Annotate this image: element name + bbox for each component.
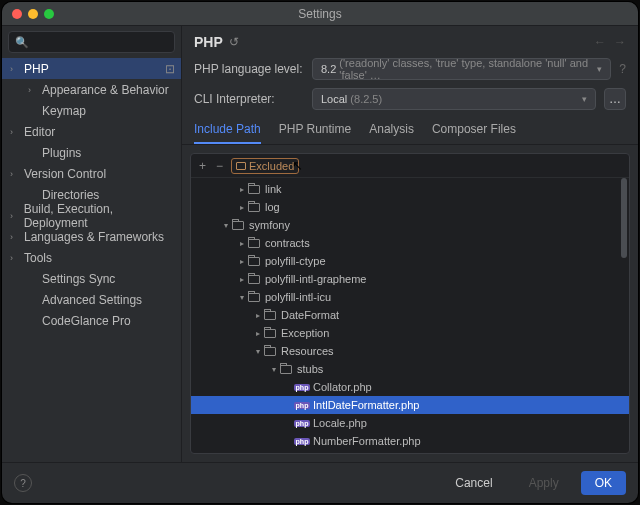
chevron-right-icon: › (28, 85, 38, 95)
folder-icon (263, 327, 277, 339)
sidebar-item-label: Appearance & Behavior (42, 83, 169, 97)
chevron-right-icon: › (10, 64, 20, 74)
chevron-right-icon: ▸ (237, 185, 247, 194)
file-row[interactable]: phpLocale.php (191, 414, 629, 432)
chevron-down-icon: ▾ (597, 64, 602, 74)
sidebar-item-plugins[interactable]: Plugins (2, 142, 181, 163)
file-row[interactable]: phpCollator.php (191, 378, 629, 396)
sidebar-item-editor[interactable]: ›Editor (2, 121, 181, 142)
remove-button[interactable]: − (214, 157, 225, 175)
file-label: log (265, 201, 280, 213)
sidebar-item-label: Editor (24, 125, 55, 139)
chevron-right-icon: › (10, 127, 20, 137)
php-file-icon: php (295, 399, 309, 411)
folder-icon (247, 201, 261, 213)
chevron-right-icon: ▸ (237, 257, 247, 266)
sidebar-item-appearance-behavior[interactable]: ›Appearance & Behavior (2, 79, 181, 100)
apply-button: Apply (515, 471, 573, 495)
chevron-right-icon: ▸ (237, 203, 247, 212)
folder-excluded-icon (236, 162, 246, 170)
folder-row[interactable]: ▸polyfill-intl-grapheme (191, 270, 629, 288)
chevron-down-icon: ▾ (253, 347, 263, 356)
folder-icon (263, 309, 277, 321)
sidebar-item-codeglance-pro[interactable]: CodeGlance Pro (2, 310, 181, 331)
file-label: Locale.php (313, 417, 367, 429)
tab-composer-files[interactable]: Composer Files (432, 122, 516, 144)
sidebar-item-label: Directories (42, 188, 99, 202)
cancel-button[interactable]: Cancel (441, 471, 506, 495)
sidebar-item-version-control[interactable]: ›Version Control (2, 163, 181, 184)
file-label: Collator.php (313, 381, 372, 393)
folder-row[interactable]: ▸Exception (191, 324, 629, 342)
file-label: polyfill-ctype (265, 255, 326, 267)
sidebar-item-label: Keymap (42, 104, 86, 118)
help-icon[interactable]: ? (619, 62, 626, 76)
sidebar-item-languages-frameworks[interactable]: ›Languages & Frameworks (2, 226, 181, 247)
chevron-right-icon: ▸ (237, 275, 247, 284)
file-label: NumberFormatter.php (313, 435, 421, 447)
file-label: link (265, 183, 282, 195)
reset-icon[interactable]: ↺ (229, 35, 239, 49)
folder-icon (263, 345, 277, 357)
sidebar-item-label: PHP (24, 62, 49, 76)
window-title: Settings (2, 7, 638, 21)
file-row[interactable]: phpNumberFormatter.php (191, 432, 629, 450)
folder-row[interactable]: ▸contracts (191, 234, 629, 252)
chevron-right-icon: › (10, 253, 20, 263)
add-button[interactable]: + (197, 157, 208, 175)
chevron-right-icon: › (10, 169, 20, 179)
folder-icon (279, 363, 293, 375)
back-arrow-icon[interactable]: ← (594, 35, 606, 49)
folder-row[interactable]: ▸log (191, 198, 629, 216)
sidebar-item-keymap[interactable]: Keymap (2, 100, 181, 121)
php-file-icon: php (295, 435, 309, 447)
chevron-right-icon: ▸ (237, 239, 247, 248)
sidebar-item-label: Settings Sync (42, 272, 115, 286)
sidebar-item-settings-sync[interactable]: Settings Sync (2, 268, 181, 289)
folder-row[interactable]: ▸polyfill-ctype (191, 252, 629, 270)
chevron-right-icon: ▸ (253, 311, 263, 320)
language-level-label: PHP language level: (194, 62, 304, 76)
folder-row[interactable]: ▾Resources (191, 342, 629, 360)
tab-php-runtime[interactable]: PHP Runtime (279, 122, 351, 144)
chevron-down-icon: ▾ (237, 293, 247, 302)
sidebar-item-label: Plugins (42, 146, 81, 160)
file-label: stubs (297, 363, 323, 375)
php-file-icon: php (295, 417, 309, 429)
settings-search-input[interactable]: 🔍 (8, 31, 175, 53)
sidebar-item-tools[interactable]: ›Tools (2, 247, 181, 268)
cli-interpreter-select[interactable]: Local (8.2.5) ▾ (312, 88, 596, 110)
folder-row[interactable]: ▸DateFormat (191, 306, 629, 324)
file-row[interactable]: phpcurrencies.php (191, 450, 629, 453)
chevron-down-icon: ▾ (269, 365, 279, 374)
file-row[interactable]: phpIntlDateFormatter.php (191, 396, 629, 414)
php-file-icon: php (295, 381, 309, 393)
folder-icon (231, 219, 245, 231)
sidebar-item-php[interactable]: ›PHP⊡ (2, 58, 181, 79)
sidebar-item-label: Advanced Settings (42, 293, 142, 307)
titlebar: Settings (2, 2, 638, 26)
cli-browse-button[interactable]: … (604, 88, 626, 110)
excluded-toggle-button[interactable]: Excluded (231, 158, 299, 174)
sidebar-item-build-execution-deployment[interactable]: ›Build, Execution, Deployment (2, 205, 181, 226)
folder-row[interactable]: ▾stubs (191, 360, 629, 378)
forward-arrow-icon[interactable]: → (614, 35, 626, 49)
settings-sidebar: 🔍 ›PHP⊡›Appearance & BehaviorKeymap›Edit… (2, 26, 182, 462)
folder-icon (247, 183, 261, 195)
folder-row[interactable]: ▸link (191, 180, 629, 198)
file-label: IntlDateFormatter.php (313, 399, 419, 411)
tab-include-path[interactable]: Include Path (194, 122, 261, 144)
folder-row[interactable]: ▾symfony (191, 216, 629, 234)
sidebar-item-label: CodeGlance Pro (42, 314, 131, 328)
sidebar-item-advanced-settings[interactable]: Advanced Settings (2, 289, 181, 310)
folder-row[interactable]: ▾polyfill-intl-icu (191, 288, 629, 306)
ok-button[interactable]: OK (581, 471, 626, 495)
tab-analysis[interactable]: Analysis (369, 122, 414, 144)
help-button[interactable]: ? (14, 474, 32, 492)
gear-icon[interactable]: ⊡ (165, 62, 175, 76)
scrollbar-thumb[interactable] (621, 178, 627, 258)
sidebar-item-label: Build, Execution, Deployment (24, 202, 175, 230)
folder-icon (247, 255, 261, 267)
language-level-select[interactable]: 8.2 ('readonly' classes, 'true' type, st… (312, 58, 611, 80)
folder-icon (247, 291, 261, 303)
